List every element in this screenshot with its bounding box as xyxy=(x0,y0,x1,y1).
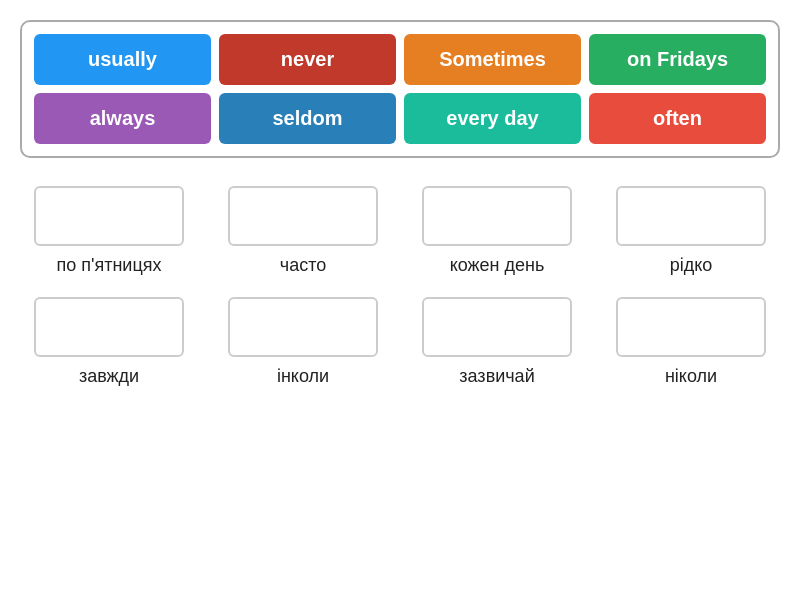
drop-box-dz-inkoly[interactable] xyxy=(228,297,378,357)
drop-item-dz-po-piatnytsiakh: по п'ятницях xyxy=(20,186,198,277)
drop-label-dz-po-piatnytsiakh: по п'ятницях xyxy=(57,254,162,277)
word-tile-often[interactable]: often xyxy=(589,93,766,144)
word-tile-on-fridays[interactable]: on Fridays xyxy=(589,34,766,85)
word-tile-usually[interactable]: usually xyxy=(34,34,211,85)
drop-box-dz-chasto[interactable] xyxy=(228,186,378,246)
word-tile-never[interactable]: never xyxy=(219,34,396,85)
drop-box-dz-nikoly[interactable] xyxy=(616,297,766,357)
drop-box-dz-ridko[interactable] xyxy=(616,186,766,246)
word-tile-every-day[interactable]: every day xyxy=(404,93,581,144)
drop-item-dz-zavzhdy: завжди xyxy=(20,297,198,388)
drop-box-dz-kozhen-den[interactable] xyxy=(422,186,572,246)
drop-box-dz-zazvychai[interactable] xyxy=(422,297,572,357)
drop-box-dz-po-piatnytsiakh[interactable] xyxy=(34,186,184,246)
drop-label-dz-inkoly: інколи xyxy=(277,365,329,388)
drop-label-dz-zazvychai: зазвичай xyxy=(459,365,534,388)
drop-item-dz-nikoly: ніколи xyxy=(602,297,780,388)
drop-label-dz-kozhen-den: кожен день xyxy=(450,254,545,277)
drop-item-dz-chasto: часто xyxy=(214,186,392,277)
drop-item-dz-ridko: рідко xyxy=(602,186,780,277)
word-tile-always[interactable]: always xyxy=(34,93,211,144)
drop-item-dz-inkoly: інколи xyxy=(214,297,392,388)
word-tile-seldom[interactable]: seldom xyxy=(219,93,396,144)
word-tile-sometimes[interactable]: Sometimes xyxy=(404,34,581,85)
drop-label-dz-zavzhdy: завжди xyxy=(79,365,139,388)
word-bank: usuallyneverSometimeson Fridaysalwayssel… xyxy=(20,20,780,158)
drop-label-dz-ridko: рідко xyxy=(670,254,713,277)
drop-item-dz-zazvychai: зазвичай xyxy=(408,297,586,388)
drop-section-row1: по п'ятницяхчастокожен деньрідко xyxy=(20,186,780,277)
drop-item-dz-kozhen-den: кожен день xyxy=(408,186,586,277)
drop-section-row2: завждиінколизазвичайніколи xyxy=(20,297,780,388)
drop-label-dz-nikoly: ніколи xyxy=(665,365,717,388)
drop-label-dz-chasto: часто xyxy=(280,254,326,277)
drop-box-dz-zavzhdy[interactable] xyxy=(34,297,184,357)
